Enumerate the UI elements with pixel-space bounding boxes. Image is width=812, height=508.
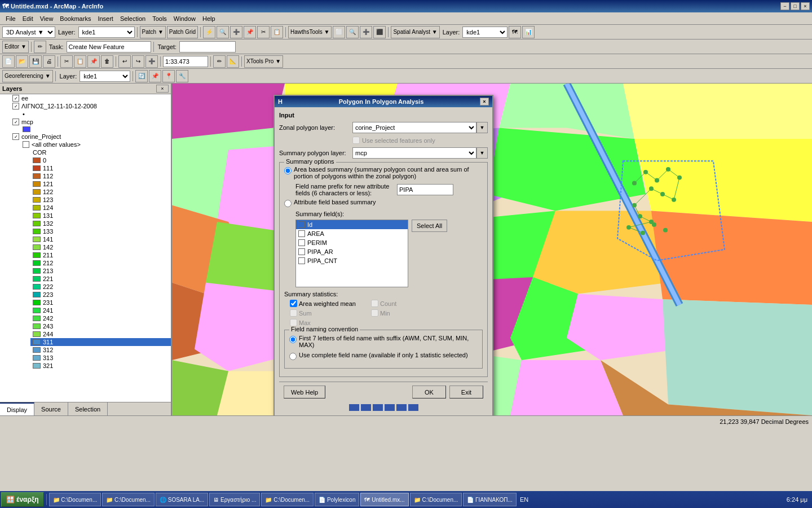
- stat-sum-cb[interactable]: [290, 309, 297, 317]
- redo-btn[interactable]: ↪: [132, 55, 144, 68]
- taskbar-item-2[interactable]: 📁 C:\Documen...: [102, 493, 155, 506]
- list-item[interactable]: 213: [30, 267, 171, 275]
- start-button[interactable]: 🪟 έναρξη: [1, 492, 44, 507]
- editor-dropdown[interactable]: Editor ▼: [2, 41, 29, 53]
- list-item[interactable]: 321: [30, 362, 171, 370]
- field-item-pipa-ar[interactable]: PIPA_AR: [296, 247, 408, 256]
- geo-btn3[interactable]: 📍: [162, 70, 175, 82]
- stat-count-cb[interactable]: [371, 300, 378, 307]
- stat-min[interactable]: Min: [371, 309, 450, 317]
- field-cb-area[interactable]: [298, 230, 305, 237]
- list-item[interactable]: 312: [30, 346, 171, 354]
- list-item[interactable]: 111: [30, 164, 171, 172]
- list-item[interactable]: COR: [30, 148, 171, 156]
- list-item[interactable]: <all other values>: [20, 141, 171, 148]
- list-item[interactable]: 221: [30, 275, 171, 283]
- sketch-btn[interactable]: 📐: [227, 55, 239, 68]
- tool5[interactable]: ✂: [257, 26, 270, 38]
- taskbar-item-1[interactable]: 📁 C:\Documen...: [49, 493, 102, 506]
- menu-edit[interactable]: Edit: [19, 14, 37, 23]
- list-item[interactable]: 131: [30, 212, 171, 220]
- tool8[interactable]: 📊: [522, 26, 535, 38]
- delete-btn[interactable]: 🗑: [101, 55, 113, 68]
- layer-checkbox-allother[interactable]: [23, 141, 29, 148]
- patch-grid-btn[interactable]: Patch Grid: [167, 26, 198, 38]
- attr-based-radio[interactable]: [284, 200, 292, 207]
- edit-vertex-btn[interactable]: ✏: [213, 55, 226, 68]
- new-btn[interactable]: 📄: [2, 55, 15, 68]
- open-btn[interactable]: 📂: [16, 55, 28, 68]
- naming-radio1[interactable]: [289, 336, 297, 343]
- taskbar-item-8[interactable]: 📁 C:\Documen...: [410, 493, 462, 506]
- stat-area-weighted[interactable]: Area weighted mean: [290, 300, 369, 307]
- zonal-dropdown-btn[interactable]: ▼: [476, 122, 488, 133]
- list-item[interactable]: 244: [30, 330, 171, 338]
- list-item[interactable]: 212: [30, 259, 171, 267]
- field-item-id[interactable]: Id: [296, 220, 408, 229]
- layers-close-btn[interactable]: ×: [156, 85, 169, 93]
- menu-tools[interactable]: Tools: [149, 14, 170, 23]
- save-btn[interactable]: 💾: [29, 55, 42, 68]
- xtools-btn[interactable]: XTools Pro ▼: [244, 55, 283, 68]
- tool2[interactable]: 🔍: [217, 26, 229, 38]
- list-item[interactable]: ΛΙΓΝΟΣ_12-11-10-12-2008: [10, 102, 171, 110]
- target-input[interactable]: [179, 41, 236, 52]
- dialog-title-bar[interactable]: H Polygon In Polygon Analysis ×: [275, 96, 492, 107]
- stat-awm-cb[interactable]: [290, 300, 297, 307]
- taskbar-item-5[interactable]: 📁 C:\Documen...: [261, 493, 314, 506]
- layer-checkbox-corine[interactable]: [12, 133, 19, 140]
- menu-window[interactable]: Window: [170, 14, 199, 23]
- tool3[interactable]: ➕: [230, 26, 242, 38]
- list-item[interactable]: ee: [10, 94, 171, 102]
- patch-dropdown[interactable]: Patch ▼: [140, 26, 166, 38]
- taskbar-item-3[interactable]: 🌐 SOSARA LA...: [156, 493, 208, 506]
- list-item[interactable]: 141: [30, 235, 171, 243]
- ok-button[interactable]: OK: [412, 386, 446, 398]
- field-cb-pipa-cnt[interactable]: [298, 257, 305, 264]
- layer-checkbox-lignos[interactable]: [12, 103, 19, 110]
- menu-help[interactable]: Help: [199, 14, 219, 23]
- box-btn[interactable]: ⬛: [373, 26, 386, 38]
- task-input[interactable]: [67, 41, 151, 52]
- menu-bookmarks[interactable]: Bookmarks: [56, 14, 94, 23]
- taskbar-item-9[interactable]: 📄 ΓΙΑΝΝΑΚΟΠ...: [463, 493, 517, 506]
- identify-btn[interactable]: 🔍: [346, 26, 359, 38]
- exit-button[interactable]: Exit: [449, 386, 483, 398]
- taskbar-item-arcmap[interactable]: 🗺 Untitled.mx...: [360, 493, 408, 506]
- stat-min-cb[interactable]: [371, 309, 378, 317]
- field-cb-perim[interactable]: [298, 239, 305, 246]
- field-item-area[interactable]: AREA: [296, 229, 408, 238]
- tool7[interactable]: 🗺: [509, 26, 521, 38]
- list-item[interactable]: 121: [30, 180, 171, 188]
- web-help-button[interactable]: Web Help: [284, 386, 325, 398]
- list-item[interactable]: mcp: [10, 118, 171, 126]
- list-item[interactable]: 211: [30, 251, 171, 259]
- menu-insert[interactable]: Insert: [94, 14, 117, 23]
- tab-source[interactable]: Source: [34, 402, 68, 415]
- layer3-dropdown[interactable]: kde1: [80, 71, 130, 82]
- hawths-btn[interactable]: HawthsTools ▼: [288, 26, 332, 38]
- list-item[interactable]: •: [20, 110, 171, 118]
- minimize-button[interactable]: −: [780, 2, 789, 10]
- pencil-btn[interactable]: ✏: [34, 41, 46, 53]
- list-item[interactable]: 223: [30, 291, 171, 299]
- rotate-btn[interactable]: 🔄: [135, 70, 148, 82]
- menu-selection[interactable]: Selection: [117, 14, 149, 23]
- tool6[interactable]: 📋: [271, 26, 283, 38]
- paste-btn[interactable]: 📌: [87, 55, 100, 68]
- list-item[interactable]: 142: [30, 243, 171, 251]
- list-item[interactable]: 242: [30, 314, 171, 322]
- spatial-analyst-btn[interactable]: Spatial Analyst ▼: [391, 26, 439, 38]
- field-prefix-input[interactable]: [397, 184, 453, 195]
- select-btn[interactable]: ⬜: [333, 26, 345, 38]
- menu-view[interactable]: View: [37, 14, 57, 23]
- list-item[interactable]: 112: [30, 172, 171, 180]
- analyst-dropdown[interactable]: 3D Analyst ▼: [2, 27, 55, 38]
- stat-sum[interactable]: Sum: [290, 309, 369, 317]
- tool1[interactable]: ⚡: [203, 26, 215, 38]
- select-all-button[interactable]: Select All: [412, 220, 447, 232]
- tab-selection[interactable]: Selection: [68, 402, 108, 415]
- list-item[interactable]: 123: [30, 196, 171, 204]
- field-cb-pipa-ar[interactable]: [298, 248, 305, 255]
- copy-btn[interactable]: 📋: [74, 55, 86, 68]
